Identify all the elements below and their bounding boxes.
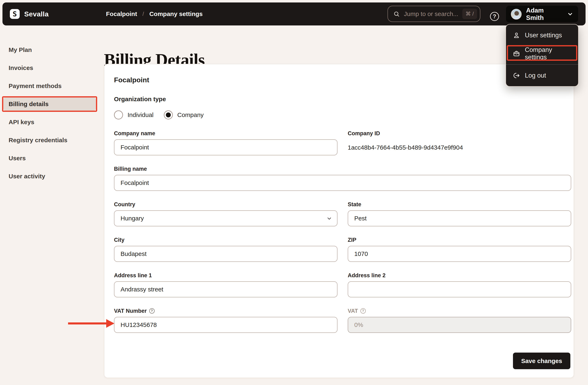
help-circle-icon[interactable]: ? [360,308,366,314]
billing-name-field-group: Billing name [114,166,571,191]
user-menu-button[interactable]: Adam Smith [506,6,578,22]
top-bar: S Sevalla Focalpoint / Company settings … [2,2,586,25]
search-input[interactable] [403,10,459,18]
sidebar-item-api-keys[interactable]: API keys [3,115,96,129]
state-label: State [348,201,571,208]
menu-item-log-out[interactable]: Log out [506,66,578,85]
sidebar-item-user-activity[interactable]: User activity [3,170,96,183]
search-icon [393,11,400,17]
vat-number-label-text: VAT Number [114,308,147,314]
billing-details-card: Focalpoint Organization type Individual … [104,64,574,378]
city-field-group: City [114,237,337,262]
menu-item-label: Company settings [525,46,571,61]
vat-input [348,317,571,333]
company-card-title: Focalpoint [114,76,570,84]
country-field-group: Country [114,201,337,226]
sidebar-item-my-plan[interactable]: My Plan [3,43,96,56]
question-icon: ? [493,13,496,20]
state-field-group: State [348,201,571,226]
company-id-value: 1acc48b4-7664-4b55-b489-9d4347e9f904 [348,144,571,151]
sevalla-logo-icon: S [10,9,20,19]
avatar [511,9,522,20]
menu-item-label: Log out [525,72,546,79]
sidebar-item-invoices[interactable]: Invoices [3,61,96,74]
brand-name: Sevalla [24,10,49,18]
vat-label: VAT ? [348,308,571,314]
annotation-arrow-line [68,322,107,324]
company-name-label: Company name [114,130,337,137]
settings-sidebar: My Plan Invoices Payment methods Billing… [3,43,96,188]
user-name: Adam Smith [526,7,563,22]
breadcrumb-item-page[interactable]: Company settings [149,10,203,18]
menu-item-label: User settings [525,32,562,39]
save-changes-button[interactable]: Save changes [513,353,570,369]
radio-individual-label: Individual [127,112,154,118]
form-row-address: Address line 1 Address line 2 [114,272,570,297]
form-row-billing-name: Billing name [114,166,570,191]
search-shortcut-badge: ⌘ / [462,9,477,19]
zip-field-group: ZIP [348,237,571,262]
breadcrumb-item-company[interactable]: Focalpoint [106,10,137,18]
city-input[interactable] [114,246,337,262]
address1-input[interactable] [114,281,337,297]
company-name-field-group: Company name [114,130,337,155]
menu-divider [506,64,578,65]
billing-name-input[interactable] [114,175,571,191]
country-select-value[interactable] [114,210,337,226]
sidebar-item-users[interactable]: Users [3,152,96,165]
user-icon [513,32,520,39]
form-row-city-zip: City ZIP [114,237,570,262]
sidebar-item-registry-credentials[interactable]: Registry credentials [3,134,96,147]
menu-item-user-settings[interactable]: User settings [506,26,578,44]
address2-label: Address line 2 [348,272,571,279]
logout-icon [513,72,520,79]
vat-number-field-group: VAT Number ? [114,308,337,333]
organization-type-label: Organization type [114,96,570,103]
radio-company-label: Company [177,112,204,118]
vat-number-input[interactable] [114,317,337,333]
address1-field-group: Address line 1 [114,272,337,297]
zip-input[interactable] [348,246,571,262]
country-label: Country [114,201,337,208]
radio-company[interactable] [164,111,173,119]
company-id-label: Company ID [348,130,571,137]
brand[interactable]: S Sevalla [10,2,49,25]
address2-field-group: Address line 2 [348,272,571,297]
help-circle-icon[interactable]: ? [149,308,155,314]
briefcase-icon [513,50,520,57]
radio-option-company[interactable]: Company [164,111,204,119]
organization-type-group: Individual Company [114,111,570,119]
form-row-country-state: Country State [114,201,570,226]
user-dropdown-menu: User settings Company settings Log out [505,24,579,87]
global-search[interactable]: ⌘ / [387,6,480,22]
vat-number-label: VAT Number ? [114,308,337,314]
breadcrumb-separator: / [143,11,144,17]
vat-label-text: VAT [348,308,358,314]
address1-label: Address line 1 [114,272,337,279]
address2-input[interactable] [348,281,571,297]
state-input[interactable] [348,210,571,226]
form-row-vat: VAT Number ? VAT ? [114,308,570,333]
billing-name-label: Billing name [114,166,571,172]
sidebar-item-payment-methods[interactable]: Payment methods [3,79,96,92]
breadcrumb: Focalpoint / Company settings [106,2,203,25]
radio-option-individual[interactable]: Individual [114,111,154,119]
zip-label: ZIP [348,237,571,243]
annotation-arrow-head [106,319,114,328]
chevron-down-icon [567,11,573,17]
company-name-input[interactable] [114,139,337,155]
radio-individual[interactable] [114,111,123,119]
form-row-company: Company name Company ID 1acc48b4-7664-4b… [114,130,570,155]
menu-item-company-settings[interactable]: Company settings [506,44,578,63]
city-label: City [114,237,337,243]
help-button[interactable]: ? [490,12,499,21]
company-id-group: Company ID 1acc48b4-7664-4b55-b489-9d434… [348,130,571,155]
country-select[interactable] [114,210,337,226]
vat-field-group: VAT ? [348,308,571,333]
card-actions: Save changes [114,353,570,369]
sidebar-item-billing-details[interactable]: Billing details [3,97,96,111]
